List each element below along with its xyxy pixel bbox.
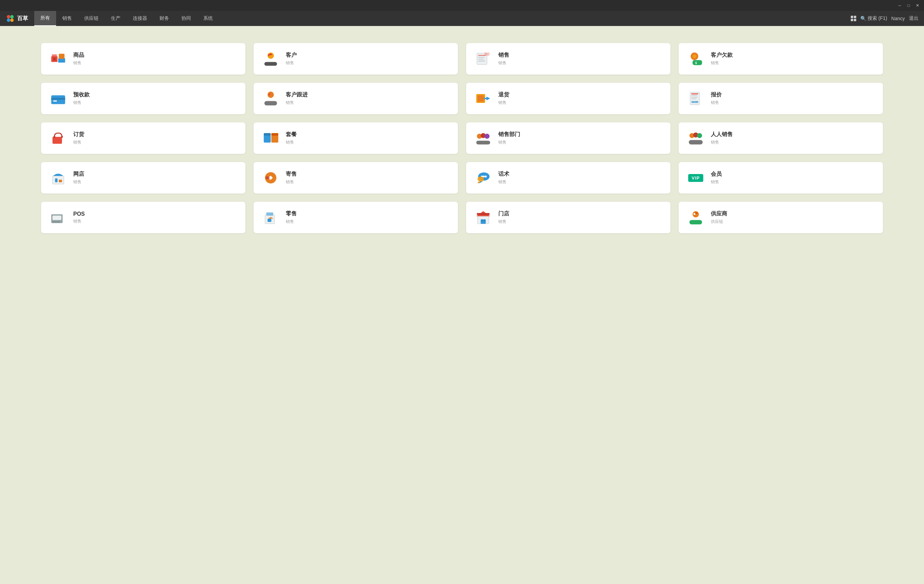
card-debt[interactable]: $ 客户欠款销售 (679, 43, 883, 74)
maximize-button[interactable]: □ (905, 2, 912, 9)
card-followup[interactable]: 客户跟进销售 (254, 83, 458, 114)
logo-text: 百草 (17, 15, 28, 22)
card-subtitle-everyone: 销售 (711, 140, 733, 145)
svg-point-41 (53, 136, 55, 138)
svg-point-2 (7, 18, 10, 22)
grid-menu-button[interactable] (851, 16, 856, 21)
card-consign[interactable]: 寄售销售 (254, 162, 458, 194)
svg-rect-78 (477, 213, 490, 215)
card-title-supplier: 供应商 (711, 210, 727, 217)
nav-item-supply[interactable]: 供应链 (78, 11, 105, 26)
nav-item-sales[interactable]: 销售 (56, 11, 78, 26)
svg-rect-69 (52, 221, 54, 222)
card-title-bundle: 套餐 (286, 131, 297, 138)
card-subtitle-order: 销售 (73, 140, 84, 145)
card-icon-supplier (687, 209, 705, 226)
nav-item-production[interactable]: 生产 (105, 11, 127, 26)
svg-rect-43 (264, 135, 271, 143)
svg-point-0 (7, 15, 10, 18)
svg-rect-12 (269, 54, 272, 55)
svg-rect-8 (52, 54, 57, 57)
card-icon-followup (262, 90, 280, 107)
card-subtitle-consign: 销售 (286, 179, 297, 185)
card-icon-prepay (49, 90, 67, 107)
nav-item-connector[interactable]: 连接器 (127, 11, 153, 26)
svg-rect-5 (53, 58, 55, 61)
svg-text:19:99: 19:99 (691, 100, 698, 104)
card-department[interactable]: 销售部门销售 (466, 122, 670, 154)
svg-rect-44 (264, 133, 271, 135)
card-subtitle-store: 销售 (498, 219, 509, 225)
card-icon-quote: 19:99 (687, 90, 705, 107)
nav-logo[interactable]: 百草 (0, 11, 34, 26)
grid-icon (851, 16, 856, 21)
search-button[interactable]: 🔍 搜索 (F1) (860, 15, 888, 21)
card-supplier[interactable]: 供应商供应链 (679, 202, 883, 233)
card-subtitle-followup: 销售 (286, 100, 308, 106)
svg-rect-24 (51, 98, 65, 100)
nav-item-system[interactable]: 系统 (197, 11, 219, 26)
card-product[interactable]: 商品销售 (41, 43, 245, 74)
card-everyone[interactable]: 人人销售销售 (679, 122, 883, 154)
svg-rect-27 (264, 101, 277, 105)
nav-item-collab[interactable]: 协同 (175, 11, 197, 26)
svg-rect-40 (52, 137, 62, 144)
svg-rect-20 (693, 60, 702, 65)
svg-rect-16 (478, 59, 484, 59)
card-title-everyone: 人人销售 (711, 131, 733, 138)
svg-point-65 (477, 176, 483, 181)
svg-rect-57 (59, 180, 62, 182)
svg-rect-30 (477, 95, 483, 102)
card-title-vip: 会员 (711, 171, 722, 178)
minimize-button[interactable]: ─ (896, 2, 903, 9)
card-title-onlineshop: 网店 (73, 171, 84, 178)
search-icon: 🔍 (860, 16, 866, 21)
card-icon-store (474, 209, 492, 226)
card-retail[interactable]: 零售销售 (254, 202, 458, 233)
card-vip[interactable]: VIP会员销售 (679, 162, 883, 194)
svg-rect-7 (59, 54, 65, 59)
cards-grid: 商品销售 客户销售 销售销售 $ 客户欠款销售 预收款销售 客户跟进销售 (41, 43, 883, 233)
card-title-debt: 客户欠款 (711, 52, 733, 59)
navbar: 百草 所有 销售 供应链 生产 连接器 财务 协同 系统 🔍 搜索 (F1) N… (0, 11, 924, 26)
card-prepay[interactable]: 预收款销售 (41, 83, 245, 114)
card-subtitle-debt: 销售 (711, 60, 733, 66)
card-onlineshop[interactable]: 网店销售 (41, 162, 245, 194)
card-icon-debt: $ (687, 50, 705, 68)
svg-rect-10 (264, 62, 277, 66)
svg-rect-56 (55, 178, 58, 182)
card-bundle[interactable]: 套餐销售 (254, 122, 458, 154)
card-store[interactable]: 门店销售 (466, 202, 670, 233)
close-button[interactable]: ✕ (914, 2, 921, 9)
card-icon-product (49, 50, 67, 68)
svg-rect-45 (271, 135, 278, 143)
nav-item-all[interactable]: 所有 (34, 11, 56, 26)
card-return[interactable]: 退货销售 (466, 83, 670, 114)
svg-rect-35 (691, 95, 697, 96)
card-subtitle-sales: 销售 (498, 60, 509, 66)
card-title-prepay: 预收款 (73, 91, 90, 99)
card-icon-order (49, 129, 67, 147)
card-subtitle-retail: 销售 (286, 219, 297, 225)
nav-item-finance[interactable]: 财务 (153, 11, 175, 26)
card-icon-consign (262, 169, 280, 187)
card-customer[interactable]: 客户销售 (254, 43, 458, 74)
svg-point-26 (267, 92, 274, 98)
card-subtitle-quote: 销售 (711, 100, 722, 106)
user-name[interactable]: Nancy (891, 16, 905, 21)
card-icon-speech (474, 169, 492, 187)
card-icon-customer (262, 50, 280, 68)
logout-button[interactable]: 退出 (909, 15, 919, 21)
card-sales[interactable]: 销售销售 (466, 43, 670, 74)
card-order[interactable]: 订货销售 (41, 122, 245, 154)
card-quote[interactable]: 19:99 报价销售 (679, 83, 883, 114)
svg-rect-83 (695, 212, 698, 214)
svg-rect-18 (485, 53, 490, 56)
svg-rect-50 (476, 140, 490, 144)
svg-rect-32 (484, 98, 486, 99)
svg-rect-84 (690, 220, 702, 224)
card-speech[interactable]: 话术销售 (466, 162, 670, 194)
svg-rect-46 (271, 133, 278, 135)
card-pos[interactable]: POS销售 (41, 202, 245, 233)
svg-point-49 (485, 134, 490, 139)
